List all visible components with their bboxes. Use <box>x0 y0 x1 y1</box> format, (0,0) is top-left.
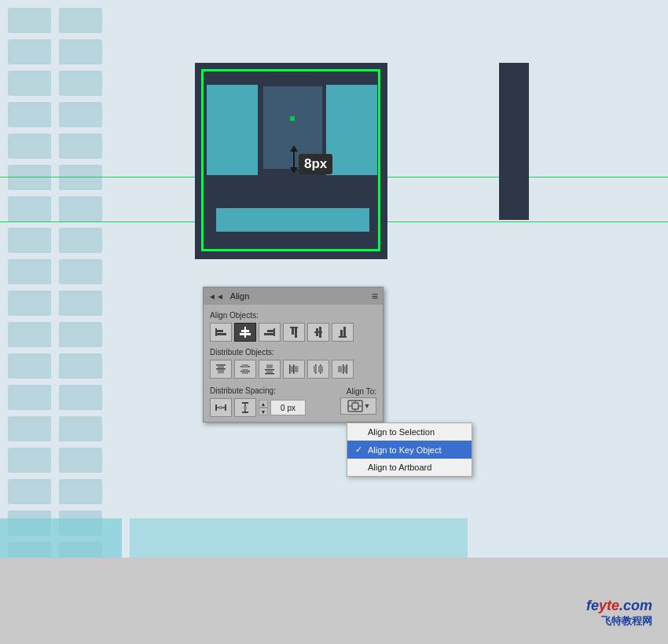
distribute-spacing-label: Distribute Spacing: <box>210 386 306 395</box>
svg-rect-14 <box>319 327 321 338</box>
svg-rect-5 <box>240 333 251 335</box>
svg-rect-6 <box>273 328 275 336</box>
panel-collapse-icon[interactable]: ◄◄ <box>208 292 224 301</box>
align-right-button[interactable] <box>259 323 281 342</box>
svg-rect-1 <box>217 330 223 332</box>
distribute-objects-label: Distribute Objects: <box>210 348 376 357</box>
align-to-section: Align To: ▼ <box>340 387 376 415</box>
watermark-line2: 飞特教程网 <box>586 614 652 628</box>
align-center-h-button[interactable] <box>234 323 256 342</box>
brick <box>59 479 102 504</box>
align-to-artboard-item[interactable]: Align to Artboard <box>347 459 472 476</box>
brick <box>59 165 102 190</box>
brick <box>59 385 102 410</box>
bottom-bar <box>0 558 668 644</box>
brick <box>8 385 51 410</box>
panel-title-left: ◄◄ Align <box>208 291 249 301</box>
dist-vcenter-button[interactable] <box>234 360 256 379</box>
svg-rect-42 <box>215 404 217 411</box>
brick <box>8 39 51 64</box>
brick <box>59 102 102 127</box>
brick <box>8 448 51 473</box>
align-to-key-check: ✓ <box>355 445 363 455</box>
align-objects-buttons <box>210 323 376 342</box>
svg-rect-30 <box>289 364 291 374</box>
panel-menu-icon[interactable]: ≡ <box>372 290 378 302</box>
spacing-input-row: ▲ ▼ <box>210 398 306 417</box>
spacing-spinner[interactable]: ▲ ▼ <box>259 400 268 415</box>
svg-rect-9 <box>290 327 298 328</box>
brick <box>8 259 51 284</box>
right-bar <box>499 63 529 220</box>
align-to-selection-item[interactable]: Align to Selection <box>347 423 472 441</box>
brick <box>8 196 51 221</box>
dist-top-button[interactable] <box>210 360 232 379</box>
brick <box>8 353 51 379</box>
svg-rect-31 <box>293 364 295 374</box>
align-center-v-button[interactable] <box>307 323 329 342</box>
svg-rect-25 <box>242 369 248 374</box>
watermark-suffix: .com <box>619 598 652 613</box>
svg-rect-41 <box>344 366 347 372</box>
distribute-objects-buttons <box>210 360 376 379</box>
brick <box>8 8 51 33</box>
spacing-input[interactable] <box>270 400 306 415</box>
brick <box>8 228 51 253</box>
svg-rect-24 <box>242 364 248 368</box>
svg-rect-38 <box>343 364 344 374</box>
svg-rect-8 <box>264 333 273 335</box>
align-to-key-object-item[interactable]: ✓ Align to Key Object <box>347 441 472 459</box>
svg-rect-27 <box>265 373 274 375</box>
brick <box>59 228 102 253</box>
svg-rect-7 <box>267 330 273 332</box>
dist-space-h-button[interactable] <box>210 398 232 417</box>
spinner-down[interactable]: ▼ <box>259 408 268 415</box>
dist-bottom-button[interactable] <box>259 360 281 379</box>
brick <box>59 196 102 221</box>
align-to-dropdown-menu: Align to Selection ✓ Align to Key Object… <box>347 423 472 477</box>
dist-left-button[interactable] <box>283 360 305 379</box>
svg-rect-20 <box>218 366 224 369</box>
brick <box>59 291 102 316</box>
dist-hcenter-button[interactable] <box>307 360 329 379</box>
panel-titlebar: ◄◄ Align ≡ <box>204 287 383 305</box>
svg-rect-40 <box>338 366 342 372</box>
align-to-label: Align To: <box>347 387 376 396</box>
dist-space-v-button[interactable] <box>234 398 256 417</box>
svg-rect-39 <box>347 364 348 374</box>
panel-body: Align Objects: <box>204 305 383 422</box>
brick <box>59 39 102 64</box>
svg-rect-19 <box>216 368 226 370</box>
dist-right-button[interactable] <box>332 360 354 379</box>
svg-rect-13 <box>316 328 318 336</box>
svg-rect-2 <box>217 333 226 335</box>
align-to-key-label: Align to Key Object <box>368 445 442 455</box>
svg-rect-36 <box>314 366 317 372</box>
brick <box>8 102 51 127</box>
align-left-button[interactable] <box>210 323 232 342</box>
svg-rect-33 <box>295 366 299 372</box>
align-to-dropdown[interactable]: ▼ <box>340 397 376 415</box>
svg-rect-43 <box>225 404 226 411</box>
watermark-normal: fe <box>586 598 599 613</box>
align-to-artboard-label: Align to Artboard <box>368 463 431 472</box>
brick <box>59 8 102 33</box>
brick <box>59 71 102 96</box>
svg-rect-16 <box>340 330 343 336</box>
svg-rect-0 <box>215 328 217 336</box>
brick <box>59 322 102 347</box>
svg-rect-32 <box>291 366 294 372</box>
svg-rect-49 <box>244 406 247 409</box>
brick <box>8 416 51 441</box>
align-panel: ◄◄ Align ≡ Align Objects: <box>203 287 384 423</box>
svg-rect-44 <box>219 406 222 409</box>
spinner-up[interactable]: ▲ <box>259 400 268 408</box>
align-objects-label: Align Objects: <box>210 311 376 320</box>
svg-rect-48 <box>242 412 248 413</box>
svg-rect-37 <box>318 366 323 372</box>
svg-rect-4 <box>241 330 249 332</box>
distribute-spacing-row: Distribute Spacing: <box>210 385 376 417</box>
watermark-red: yte <box>599 598 619 613</box>
align-top-button[interactable] <box>283 323 305 342</box>
align-bottom-button[interactable] <box>332 323 354 342</box>
